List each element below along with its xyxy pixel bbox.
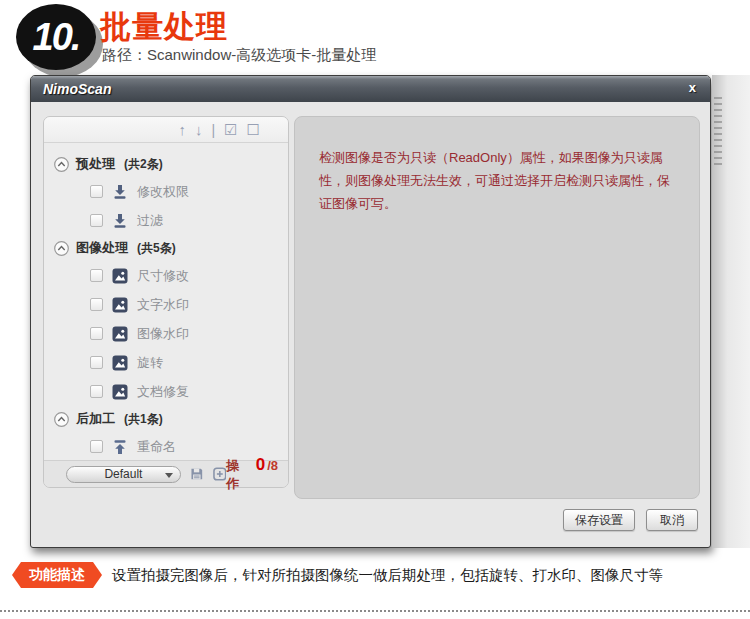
page-title: 批量处理 xyxy=(100,6,228,48)
group-count: (共1条) xyxy=(124,411,163,428)
list-item-doc-repair[interactable]: 文档修复 xyxy=(44,377,288,406)
preset-dropdown[interactable]: Default xyxy=(66,466,181,483)
item-label: 文档修复 xyxy=(137,383,189,401)
item-checkbox[interactable] xyxy=(90,327,103,340)
toolbar-separator: | xyxy=(211,122,215,138)
image-icon xyxy=(112,384,128,400)
ops-total-count: /8 xyxy=(267,458,278,473)
item-label: 重命名 xyxy=(137,438,176,456)
save-settings-button[interactable]: 保存设置 xyxy=(563,509,635,531)
list-item-image-watermark[interactable]: 图像水印 xyxy=(44,319,288,348)
group-header-preprocess[interactable]: 预处理 (共2条) xyxy=(44,151,288,177)
list-item-resize[interactable]: 尺寸修改 xyxy=(44,261,288,290)
item-checkbox[interactable] xyxy=(90,214,103,227)
move-down-icon[interactable]: ↓ xyxy=(195,122,203,137)
item-label: 尺寸修改 xyxy=(137,267,189,285)
item-checkbox[interactable] xyxy=(90,440,103,453)
image-icon xyxy=(112,268,128,284)
dotted-divider xyxy=(0,610,750,612)
feature-description-badge: 功能描述 xyxy=(12,562,102,588)
group-count: (共2条) xyxy=(124,156,163,173)
background-window-detail xyxy=(714,97,722,167)
dialog-actions: 保存设置 取消 xyxy=(563,509,698,531)
background-window-sliver xyxy=(712,75,750,548)
item-label: 过滤 xyxy=(137,212,163,230)
list-item-text-watermark[interactable]: 文字水印 xyxy=(44,290,288,319)
list-item-rotate[interactable]: 旋转 xyxy=(44,348,288,377)
list-toolbar: ↑ ↓ | ☑ ☐ xyxy=(44,117,288,143)
uncheck-all-icon[interactable]: ☐ xyxy=(247,122,260,137)
group-count: (共5条) xyxy=(137,240,176,257)
group-label: 图像处理 xyxy=(76,239,128,257)
download-icon xyxy=(112,213,128,229)
chevron-up-circle-icon[interactable] xyxy=(54,157,69,172)
item-label: 修改权限 xyxy=(137,183,189,201)
group-header-postprocess[interactable]: 后加工 (共1条) xyxy=(44,406,288,432)
feature-description-text: 设置拍摄完图像后，针对所拍摄图像统一做后期处理，包括旋转、打水印、图像尺寸等 xyxy=(112,566,663,585)
item-checkbox[interactable] xyxy=(90,356,103,369)
step-number-badge: 10. xyxy=(16,4,96,70)
check-all-icon[interactable]: ☑ xyxy=(224,122,237,137)
operations-counter: 操作 0 /8 xyxy=(226,455,278,493)
chevron-down-icon xyxy=(165,473,173,478)
save-preset-icon[interactable] xyxy=(190,467,204,481)
cancel-button[interactable]: 取消 xyxy=(646,509,698,531)
window-title: NimoScan xyxy=(31,81,111,97)
list-item-modify-permission[interactable]: 修改权限 xyxy=(44,177,288,206)
group-label: 后加工 xyxy=(76,410,115,428)
move-up-icon[interactable]: ↑ xyxy=(178,122,186,137)
ops-label: 操作 xyxy=(226,457,251,493)
breadcrumb-path: 路径：Scanwindow-高级选项卡-批量处理 xyxy=(102,46,376,65)
upload-icon xyxy=(112,439,128,455)
chevron-up-circle-icon[interactable] xyxy=(54,412,69,427)
list-item-filter[interactable]: 过滤 xyxy=(44,206,288,235)
image-icon xyxy=(112,326,128,342)
item-label: 文字水印 xyxy=(137,296,189,314)
add-preset-icon[interactable] xyxy=(213,467,227,481)
readonly-warning-text: 检测图像是否为只读（ReadOnly）属性，如果图像为只读属性，则图像处理无法生… xyxy=(295,117,699,215)
task-list-panel: ↑ ↓ | ☑ ☐ 预处理 (共2条) 修改权 xyxy=(43,116,289,488)
item-checkbox[interactable] xyxy=(90,185,103,198)
item-checkbox[interactable] xyxy=(90,385,103,398)
page-header: 10. 批量处理 路径：Scanwindow-高级选项卡-批量处理 xyxy=(0,0,750,75)
ops-current-count: 0 xyxy=(256,455,265,475)
group-label: 预处理 xyxy=(76,155,115,173)
item-checkbox[interactable] xyxy=(90,269,103,282)
item-label: 图像水印 xyxy=(137,325,189,343)
item-label: 旋转 xyxy=(137,354,163,372)
preset-value: Default xyxy=(104,467,142,481)
titlebar[interactable]: NimoScan x xyxy=(31,76,710,102)
chevron-up-circle-icon[interactable] xyxy=(54,241,69,256)
panel-footer: Default 操作 0 /8 xyxy=(44,460,288,487)
download-icon xyxy=(112,184,128,200)
nimoscan-dialog: NimoScan x ↑ ↓ | ☑ ☐ 预处理 (共2条) xyxy=(30,75,711,548)
image-icon xyxy=(112,355,128,371)
image-icon xyxy=(112,297,128,313)
group-header-image-process[interactable]: 图像处理 (共5条) xyxy=(44,235,288,261)
task-tree: 预处理 (共2条) 修改权限 过滤 xyxy=(44,143,288,461)
close-icon[interactable]: x xyxy=(689,80,696,95)
detail-panel: 检测图像是否为只读（ReadOnly）属性，如果图像为只读属性，则图像处理无法生… xyxy=(294,116,700,499)
item-checkbox[interactable] xyxy=(90,298,103,311)
